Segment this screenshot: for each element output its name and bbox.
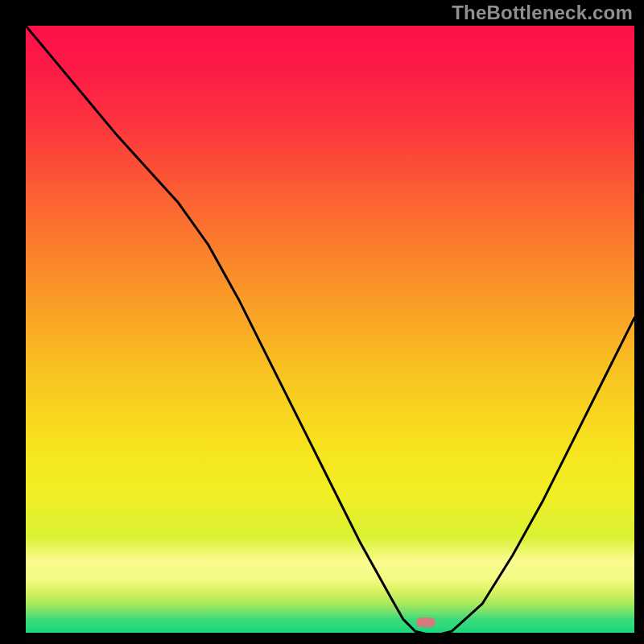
plot-background bbox=[26, 26, 634, 634]
chart-canvas: TheBottleneck.com bbox=[0, 0, 644, 644]
watermark-text: TheBottleneck.com bbox=[452, 2, 633, 24]
chart-svg bbox=[0, 0, 644, 644]
trough-marker bbox=[416, 617, 436, 627]
